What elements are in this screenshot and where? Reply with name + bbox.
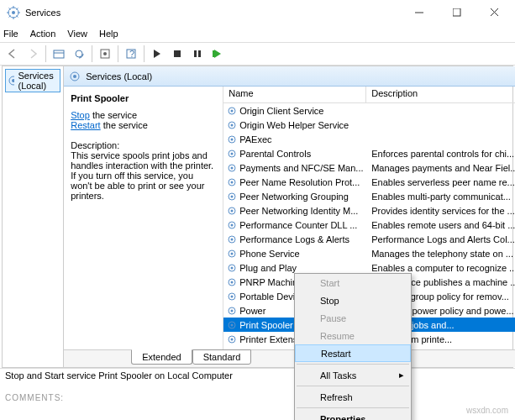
- menu-file[interactable]: File: [3, 29, 18, 39]
- ctx-stop[interactable]: Stop: [295, 291, 411, 309]
- description-label: Description:: [71, 140, 216, 150]
- svg-point-46: [231, 281, 234, 283]
- table-row[interactable]: PAExec: [223, 132, 515, 146]
- svg-point-30: [231, 166, 234, 169]
- stop-link[interactable]: Stop: [71, 110, 90, 120]
- ctx-all-tasks[interactable]: All Tasks▸: [295, 366, 411, 384]
- list-header: Name Description Status: [223, 87, 515, 103]
- tree-node-services-local[interactable]: Services (Local): [5, 69, 60, 92]
- svg-point-48: [231, 295, 234, 297]
- table-row[interactable]: Payments and NFC/SE Man...Manages paymen…: [223, 160, 515, 175]
- svg-rect-16: [213, 50, 214, 57]
- svg-point-10: [103, 52, 107, 55]
- svg-point-38: [231, 223, 234, 226]
- svg-point-42: [231, 252, 234, 255]
- menu-action[interactable]: Action: [30, 29, 56, 39]
- svg-point-44: [231, 266, 234, 269]
- stop-button[interactable]: [168, 45, 187, 63]
- gear-icon: [8, 75, 14, 87]
- table-row[interactable]: Parental ControlsEnforces parental contr…: [223, 146, 515, 160]
- window-title: Services: [25, 8, 400, 18]
- restart-link[interactable]: Restart: [71, 120, 100, 130]
- ctx-pause: Pause: [295, 309, 411, 327]
- svg-rect-14: [194, 50, 197, 57]
- table-row[interactable]: Peer Networking Identity M...Provides id…: [223, 203, 515, 218]
- detail-title: Print Spooler: [71, 93, 216, 103]
- tab-standard[interactable]: Standard: [192, 349, 252, 365]
- svg-point-22: [231, 109, 234, 112]
- table-row[interactable]: Origin Client Service: [223, 103, 515, 118]
- ctx-refresh[interactable]: Refresh: [295, 388, 411, 406]
- svg-point-28: [231, 152, 234, 155]
- toolbar-icon-2[interactable]: [70, 45, 88, 63]
- comments-label: COMMENTS:: [0, 385, 515, 411]
- table-row[interactable]: Performance Counter DLL ...Enables remot…: [223, 218, 515, 232]
- titlebar: Services: [0, 0, 515, 25]
- toolbar: ?: [0, 42, 515, 66]
- restart-button[interactable]: [208, 45, 227, 63]
- pause-button[interactable]: [188, 45, 207, 63]
- svg-point-34: [231, 195, 234, 197]
- svg-point-32: [231, 181, 234, 183]
- forward-button[interactable]: [24, 45, 42, 63]
- help-button[interactable]: ?: [122, 45, 140, 63]
- svg-rect-3: [453, 8, 460, 16]
- svg-point-8: [76, 50, 82, 57]
- toolbar-icon-3[interactable]: [96, 45, 114, 63]
- col-name[interactable]: Name: [223, 87, 366, 102]
- detail-pane: Print Spooler Stop the service Restart t…: [64, 87, 223, 349]
- maximize-button[interactable]: [438, 1, 476, 24]
- table-row[interactable]: Performance Logs & AlertsPerformance Log…: [223, 232, 515, 246]
- statusbar: Stop and Start service Print Spooler on …: [0, 368, 515, 385]
- content-header: Services (Local): [64, 66, 515, 87]
- back-button[interactable]: [3, 45, 22, 63]
- menu-view[interactable]: View: [67, 29, 87, 39]
- toolbar-icon-1[interactable]: [50, 45, 68, 63]
- col-description[interactable]: Description: [366, 87, 515, 102]
- table-row[interactable]: Phone ServiceManages the telephony state…: [223, 246, 515, 260]
- app-icon: [7, 6, 20, 19]
- svg-rect-15: [198, 50, 201, 57]
- close-button[interactable]: [476, 1, 513, 24]
- watermark: wsxdn.com: [466, 406, 508, 415]
- svg-point-36: [231, 209, 234, 212]
- svg-point-1: [12, 11, 15, 14]
- start-button[interactable]: [148, 45, 166, 63]
- chevron-right-icon: ▸: [399, 370, 404, 381]
- menu-help[interactable]: Help: [99, 29, 118, 39]
- tree-node-label: Services (Local): [18, 71, 58, 91]
- context-menu: Start Stop Pause Resume Restart All Task…: [294, 273, 412, 420]
- table-row[interactable]: Origin Web Helper ServiceRunning: [223, 118, 515, 132]
- svg-point-40: [231, 238, 234, 240]
- svg-point-26: [231, 138, 234, 140]
- nav-tree: Services (Local): [3, 66, 64, 367]
- description-text: This service spools print jobs and handl…: [71, 150, 216, 201]
- menubar: File Action View Help: [0, 25, 515, 42]
- tab-extended[interactable]: Extended: [131, 349, 192, 365]
- ctx-start: Start: [295, 274, 411, 291]
- ctx-restart[interactable]: Restart: [295, 344, 411, 362]
- svg-point-18: [12, 79, 14, 82]
- ctx-properties[interactable]: Properties: [295, 410, 411, 420]
- ctx-resume: Resume: [295, 327, 411, 344]
- svg-rect-6: [54, 50, 64, 58]
- svg-point-54: [231, 338, 234, 340]
- minimize-button[interactable]: [400, 1, 438, 24]
- table-row[interactable]: Peer Name Resolution Prot...Enables serv…: [223, 175, 515, 189]
- svg-point-20: [73, 75, 76, 78]
- view-tabs: Extended Standard: [64, 349, 515, 367]
- svg-point-24: [231, 123, 234, 126]
- svg-text:?: ?: [129, 49, 134, 59]
- svg-rect-13: [174, 50, 181, 57]
- content-pane: Services (Local) Print Spooler Stop the …: [64, 66, 515, 367]
- svg-point-50: [231, 309, 234, 312]
- svg-point-52: [231, 323, 234, 326]
- gear-icon: [69, 71, 81, 82]
- table-row[interactable]: Peer Networking GroupingEnables multi-pa…: [223, 189, 515, 203]
- main-area: Services (Local) Services (Local) Print …: [2, 66, 513, 368]
